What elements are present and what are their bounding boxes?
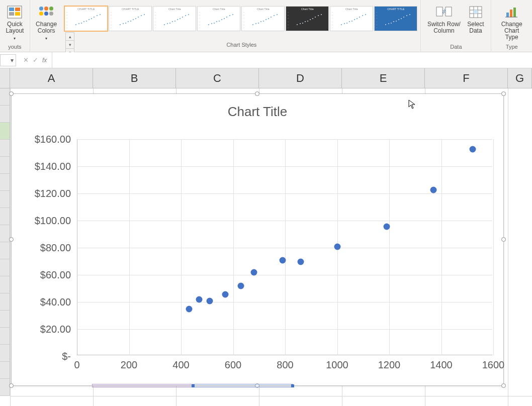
switch-row-col-icon <box>435 4 453 20</box>
svg-point-5 <box>39 7 43 11</box>
x-axis-line <box>77 355 492 355</box>
data-point[interactable] <box>469 146 476 152</box>
cancel-icon[interactable]: ✕ <box>23 56 29 64</box>
svg-rect-3 <box>9 12 14 16</box>
fx-icon[interactable]: fx <box>42 57 47 64</box>
data-point[interactable] <box>206 298 213 304</box>
formula-input[interactable] <box>52 52 532 68</box>
svg-rect-21 <box>513 8 516 17</box>
data-point[interactable] <box>279 257 286 264</box>
quick-layout-label: Quick Layout <box>6 21 24 34</box>
range-handle[interactable] <box>291 384 294 387</box>
change-chart-type-label: Change Chart Type <box>497 21 526 41</box>
worksheet-area[interactable]: Chart Title 0200400600800100012001400160… <box>0 88 532 406</box>
y-tick-label: $160.00 <box>16 134 71 145</box>
data-point[interactable] <box>196 296 203 303</box>
x-tick-label: 1600 <box>482 359 505 371</box>
row-headers[interactable] <box>0 88 10 396</box>
chart-style-thumb[interactable]: CHART TITLE—————— <box>374 6 417 31</box>
data-point[interactable] <box>238 283 244 289</box>
change-chart-type-icon <box>503 4 521 20</box>
chart-style-thumb[interactable]: CHART TITLE—————— <box>109 6 152 31</box>
plot-area[interactable]: 02004006008001000120014001600$-$20.00$40… <box>77 139 492 355</box>
x-tick-label: 0 <box>74 359 79 371</box>
quick-layout-button[interactable]: Quick Layout ▾ <box>3 3 27 43</box>
chart-style-thumb[interactable]: Chart Title—————— <box>241 6 285 31</box>
resize-handle[interactable] <box>501 383 506 388</box>
select-data-button[interactable]: Select Data <box>464 3 488 35</box>
data-range-highlight <box>92 384 193 387</box>
y-tick-label: $140.00 <box>16 161 71 172</box>
range-handle[interactable] <box>192 384 195 387</box>
resize-handle[interactable] <box>9 91 14 96</box>
enter-icon[interactable]: ✓ <box>33 56 38 64</box>
y-tick-label: $100.00 <box>16 215 71 227</box>
data-point[interactable] <box>250 269 257 276</box>
chart-styles-gallery: CHART TITLE——————CHART TITLE——————Chart … <box>62 0 421 52</box>
y-tick-label: $120.00 <box>16 188 71 199</box>
column-header[interactable]: C <box>176 68 259 88</box>
formula-bar: ▾ ✕ ✓ fx <box>0 52 532 68</box>
svg-rect-11 <box>436 7 442 16</box>
column-headers: ABCDEFG <box>0 68 532 88</box>
chart-styles-group-label: Chart Styles <box>62 42 420 50</box>
sheet-row <box>10 396 532 406</box>
name-box[interactable]: ▾ <box>0 54 16 66</box>
svg-rect-12 <box>446 7 452 16</box>
data-point[interactable] <box>298 258 304 265</box>
column-header[interactable]: A <box>10 68 93 88</box>
chart-object[interactable]: Chart Title 0200400600800100012001400160… <box>11 93 504 386</box>
column-header[interactable]: B <box>93 68 176 88</box>
column-header[interactable]: E <box>342 68 425 88</box>
data-point[interactable] <box>383 223 390 230</box>
chart-title[interactable]: Chart Title <box>12 94 503 120</box>
select-data-icon <box>467 4 485 20</box>
resize-handle[interactable] <box>9 383 14 388</box>
y-tick-label: $40.00 <box>16 296 71 308</box>
layouts-group-label: youts <box>8 44 21 52</box>
svg-point-7 <box>49 7 53 11</box>
chart-style-thumb[interactable]: Chart Title—————— <box>330 6 373 31</box>
svg-point-6 <box>44 7 48 11</box>
y-tick-label: $20.00 <box>16 324 71 335</box>
svg-point-10 <box>49 12 53 16</box>
resize-handle[interactable] <box>255 91 259 96</box>
name-box-dropdown-icon: ▾ <box>11 57 14 64</box>
change-colors-button[interactable]: Change Colors ▾ <box>33 3 60 43</box>
y-tick-label: $80.00 <box>16 242 71 254</box>
svg-rect-4 <box>15 12 20 16</box>
data-group-label: Data <box>450 44 462 52</box>
chart-style-thumb[interactable]: Chart Title—————— <box>286 6 329 31</box>
chart-style-thumb[interactable]: CHART TITLE—————— <box>64 6 108 31</box>
chart-style-thumb[interactable]: Chart Title—————— <box>153 6 196 31</box>
type-group-label: Type <box>506 44 518 52</box>
svg-rect-1 <box>9 8 14 11</box>
resize-handle[interactable] <box>501 237 506 242</box>
svg-point-8 <box>39 12 43 16</box>
x-tick-label: 1200 <box>378 359 401 371</box>
svg-rect-19 <box>506 13 509 17</box>
data-point[interactable] <box>186 306 192 313</box>
change-chart-type-button[interactable]: Change Chart Type <box>494 3 529 42</box>
y-tick-label: $60.00 <box>16 269 71 281</box>
svg-point-9 <box>44 12 48 16</box>
quick-layout-icon <box>6 4 24 20</box>
chart-style-thumb[interactable]: Chart Title—————— <box>197 6 240 31</box>
column-header[interactable]: G <box>508 68 532 88</box>
x-tick-label: 400 <box>172 359 189 371</box>
gallery-up-icon[interactable]: ▴ <box>66 33 74 41</box>
change-colors-icon <box>37 4 55 20</box>
ribbon: Quick Layout ▾ youts Change Colors ▾ CHA… <box>0 0 532 52</box>
select-all-corner[interactable] <box>0 68 10 88</box>
switch-row-column-button[interactable]: Switch Row/ Column <box>424 3 464 35</box>
column-header[interactable]: D <box>259 68 342 88</box>
data-point[interactable] <box>222 291 228 297</box>
resize-handle[interactable] <box>501 91 506 96</box>
data-point[interactable] <box>334 244 340 250</box>
data-point[interactable] <box>430 186 436 193</box>
x-tick-label: 1400 <box>430 359 453 371</box>
column-header[interactable]: F <box>425 68 508 88</box>
resize-handle[interactable] <box>9 237 14 242</box>
y-axis-line <box>77 139 77 355</box>
svg-rect-18 <box>474 10 478 14</box>
